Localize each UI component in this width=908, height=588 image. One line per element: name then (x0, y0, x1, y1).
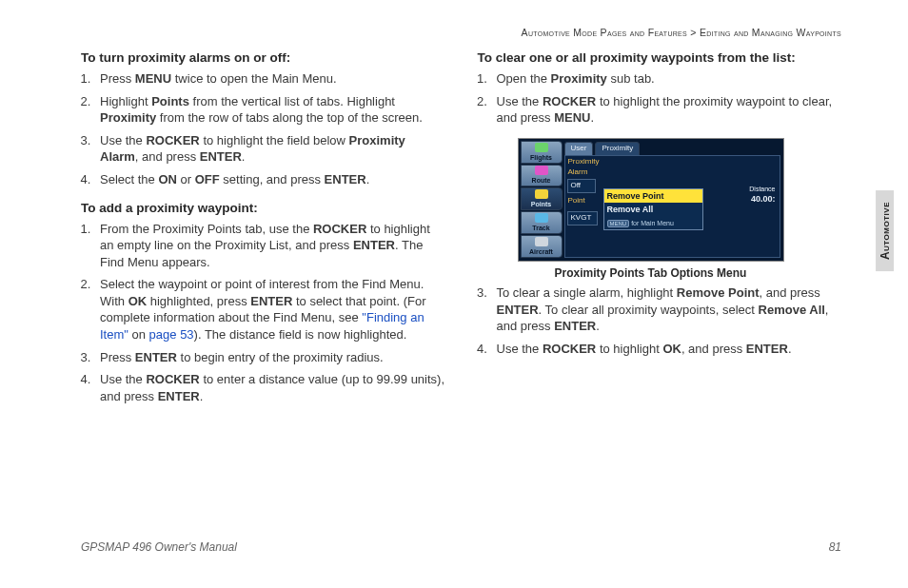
list-item: Use the ROCKER to highlight the proximit… (491, 93, 842, 127)
page-footer: GPSMAP 496 Owner's Manual 81 (81, 540, 841, 554)
bold-term: ENTER (497, 303, 539, 317)
ss-sidebar: FlightsRoutePointsTrackAircraft (521, 141, 563, 259)
right-column: To clear one or all proximity waypoints … (478, 44, 842, 416)
list-add-waypoint: From the Proximity Points tab, use the R… (94, 221, 445, 404)
ss-popup-menu: Remove Point Remove All MENU for Main Me… (603, 188, 703, 230)
list-item: Press MENU twice to open the Main Menu. (94, 70, 445, 88)
ss-side-tab: Route (521, 165, 563, 187)
list-clear-waypoints-b: To clear a single alarm, highlight Remov… (491, 284, 842, 357)
content-columns: To turn proximity alarms on or off: Pres… (81, 44, 841, 416)
ss-side-tab: Track (521, 211, 563, 234)
heading-add-waypoint: To add a proximity waypoint: (81, 200, 445, 217)
list-item: Select the ON or OFF setting, and press … (94, 171, 445, 188)
ss-side-tab: Flights (521, 141, 563, 164)
device-screenshot: FlightsRoutePointsTrackAircraft UserProx… (518, 138, 784, 262)
bold-term: MENU (135, 71, 171, 86)
bold-term: ENTER (200, 149, 242, 164)
list-item: Highlight Points from the vertical list … (94, 93, 445, 127)
bold-term: OK (662, 342, 681, 356)
bold-term: Remove Point (677, 285, 760, 300)
left-column: To turn proximity alarms on or off: Pres… (81, 44, 445, 416)
list-item: Select the waypoint or point of interest… (94, 276, 445, 343)
breadcrumb-page: Editing and Managing Waypoints (700, 27, 841, 38)
figure-caption: Proximity Points Tab Options Menu (518, 265, 784, 281)
bold-term: ENTER (325, 172, 366, 186)
ss-distance: Distance 40.00: (749, 185, 775, 206)
figure: FlightsRoutePointsTrackAircraft UserProx… (518, 138, 784, 281)
bold-term: Proximity (551, 71, 607, 86)
bold-term: ROCKER (543, 342, 596, 356)
list-item: Press ENTER to begin entry of the proxim… (94, 349, 445, 366)
list-item: Use the ROCKER to highlight OK, and pres… (491, 341, 842, 358)
cross-ref-link[interactable]: page 53 (149, 327, 194, 342)
bold-term: ENTER (250, 294, 292, 308)
list-item: Open the Proximity sub tab. (491, 70, 842, 88)
section-side-tab: Automotive (876, 190, 894, 271)
list-item: Use the ROCKER to highlight the field be… (94, 132, 445, 166)
breadcrumb: Automotive Mode Pages and Features > Edi… (81, 27, 841, 38)
footer-page-number: 81 (829, 540, 841, 554)
ss-point-label: Point (568, 196, 608, 206)
bold-term: ROCKER (313, 222, 366, 236)
footer-manual-title: GPSMAP 496 Owner's Manual (81, 540, 237, 554)
ss-tab-icon (535, 237, 548, 246)
heading-proximity-alarms: To turn proximity alarms on or off: (81, 49, 445, 67)
ss-top-tab: User (564, 142, 594, 156)
ss-side-tab: Aircraft (521, 235, 563, 258)
bold-term: Remove All (759, 303, 825, 317)
ss-alarm-value: Off (567, 179, 596, 193)
bold-term: ROCKER (146, 372, 199, 386)
bold-term: MENU (554, 110, 590, 125)
ss-menu-remove-point: Remove Point (604, 189, 702, 203)
ss-tab-icon (535, 213, 548, 223)
ss-menu-footer: MENU for Main Menu (604, 216, 702, 228)
ss-tab-icon (535, 143, 548, 152)
bold-term: Proximity (100, 110, 156, 125)
ss-menu-remove-all: Remove All (604, 203, 702, 216)
bold-term: ENTER (554, 319, 596, 333)
bold-term: ON (158, 172, 177, 186)
bold-term: ROCKER (543, 94, 596, 108)
ss-tab-icon (535, 189, 548, 199)
list-proximity-alarms: Press MENU twice to open the Main Menu.H… (94, 70, 445, 187)
ss-point-value: KVGT (567, 211, 598, 225)
breadcrumb-section: Automotive Mode Pages and Features (522, 27, 687, 38)
bold-term: ENTER (353, 238, 395, 252)
list-item: To clear a single alarm, highlight Remov… (491, 284, 842, 335)
ss-alarm-label: Proximity Alarm (568, 157, 608, 178)
bold-term: Points (151, 94, 189, 108)
ss-body: Proximity Alarm Off Point KVGT Distance … (564, 155, 780, 258)
bold-term: ENTER (135, 350, 177, 364)
bold-term: ROCKER (146, 133, 199, 147)
heading-clear-waypoints: To clear one or all proximity waypoints … (478, 49, 842, 67)
bold-term: ENTER (158, 389, 200, 403)
list-item: From the Proximity Points tab, use the R… (94, 221, 445, 271)
list-clear-waypoints-a: Open the Proximity sub tab.Use the ROCKE… (491, 70, 842, 127)
bold-term: OFF (195, 172, 220, 186)
bold-term: OK (128, 294, 148, 308)
ss-top-tabs: UserProximity (564, 142, 780, 156)
bold-term: ENTER (746, 342, 788, 356)
list-item: Use the ROCKER to enter a distance value… (94, 371, 445, 404)
ss-tab-icon (535, 166, 548, 175)
ss-top-tab: Proximity (595, 142, 640, 156)
ss-side-tab: Points (521, 187, 563, 210)
